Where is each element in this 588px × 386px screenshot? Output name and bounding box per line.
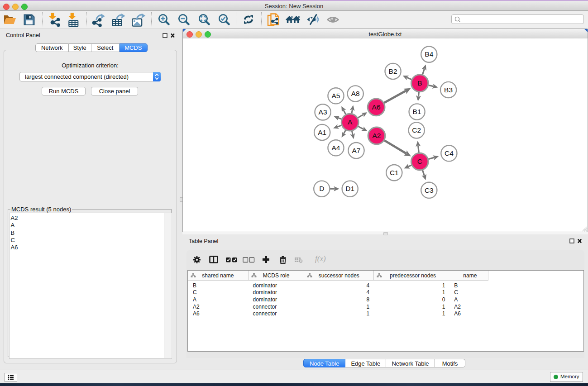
svg-text:A4: A4 — [331, 144, 340, 152]
svg-text:B1: B1 — [412, 108, 421, 115]
svg-text:B4: B4 — [425, 50, 433, 58]
svg-text:D1: D1 — [345, 185, 354, 192]
svg-text:C3: C3 — [424, 186, 433, 194]
svg-text:A7: A7 — [352, 147, 360, 154]
svg-text:D: D — [319, 185, 324, 192]
svg-text:B2: B2 — [388, 67, 397, 75]
svg-text:C: C — [417, 157, 422, 165]
svg-text:A8: A8 — [351, 90, 359, 97]
svg-text:C1: C1 — [389, 169, 398, 176]
svg-text:A5: A5 — [331, 92, 340, 100]
svg-text:A2: A2 — [372, 132, 381, 139]
svg-text:C2: C2 — [412, 126, 421, 134]
svg-text:B: B — [417, 79, 422, 87]
svg-text:A1: A1 — [318, 129, 326, 136]
svg-text:C4: C4 — [444, 149, 453, 157]
svg-text:B3: B3 — [444, 86, 453, 94]
svg-text:A3: A3 — [318, 108, 327, 116]
svg-text:A: A — [348, 118, 353, 126]
svg-text:A6: A6 — [372, 103, 380, 111]
